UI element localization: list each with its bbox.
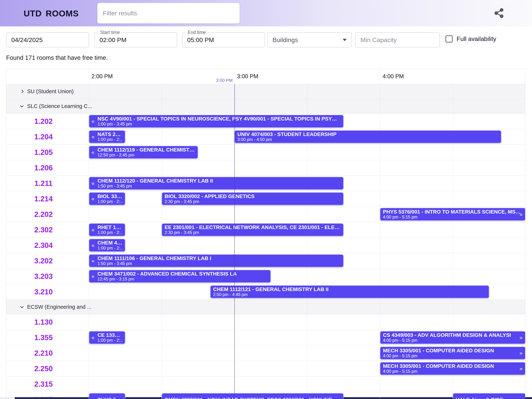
room-link[interactable]: 1.130 xyxy=(6,314,89,330)
room-link[interactable]: 2.304 xyxy=(6,238,89,253)
event-time: 1:00 pm - 2:... xyxy=(98,199,122,204)
room-link[interactable]: 1.206 xyxy=(6,160,89,176)
event-bar[interactable]: «CHEM 1111/106 - GENERAL CHEMISTRY LAB I… xyxy=(89,254,344,267)
event-bar[interactable]: «CHEM 1112/120 - GENERAL CHEMISTRY LAB I… xyxy=(89,177,344,190)
room-link[interactable]: 2.210 xyxy=(6,345,89,361)
event-body: MECH 3305/001 - COMPUTER AIDED DESIGN4:0… xyxy=(380,347,497,359)
room-row: 2.202PHYS 5376/001 - INTRO TO MATERIALS … xyxy=(6,207,525,222)
event-body: BMEN 6388/001 - NONLINEAR SYSTEMS, EECS … xyxy=(162,396,343,399)
event-time: 12:50 pm - 2:45 pm xyxy=(98,153,195,158)
chevron-down-icon xyxy=(20,104,24,107)
room-link[interactable]: 3.203 xyxy=(6,269,89,284)
event-bar[interactable]: CS 4349/003 - ADV ALGORITHM DESIGN & ANA… xyxy=(380,331,525,344)
event-bar[interactable]: «BIOL 332...1:00 pm - 2:... xyxy=(89,192,125,205)
event-bar[interactable]: PHYS 5376/001 - INTRO TO MATERIALS SCIEN… xyxy=(380,208,525,221)
event-body: PHYS 5376/001 - INTRO TO MATERIALS SCIEN… xyxy=(380,208,525,220)
event-title: CE 1337/... xyxy=(98,332,122,338)
event-time: 12:45 pm - 3:15 pm xyxy=(98,277,237,282)
room-link[interactable]: 3.210 xyxy=(6,284,89,300)
room-row: 2.315 xyxy=(6,376,525,392)
event-bar[interactable]: «CHEM 3471/002 - ADVANCED CHEMICAL SYNTH… xyxy=(89,270,271,283)
event-bar[interactable]: UNIV 4074/003 - STUDENT LEADERSHIP3:00 p… xyxy=(234,130,501,143)
continues-before-icon: « xyxy=(91,396,95,399)
event-bar[interactable]: HALE Aircraft RIDE» xyxy=(453,393,525,399)
buildings-select[interactable]: Buildings xyxy=(267,32,352,47)
full-availability-checkbox[interactable]: Full availability xyxy=(446,36,496,43)
event-time: 2:50 pm - 4:45 pm xyxy=(213,292,329,297)
event-title: MECH 3305/001 - COMPUTER AIDED DESIGN xyxy=(383,363,494,369)
event-title: BIOL 3320/002 - APPLIED GENETICS xyxy=(165,193,254,199)
event-title: CHEM 1111/106 - GENERAL CHEMISTRY LAB I xyxy=(98,255,211,261)
building-group-label: SLC (Science Learning C... xyxy=(27,103,92,109)
room-row: 1.202«NSC 4V90/001 - SPECIAL TOPICS IN N… xyxy=(6,114,525,129)
room-link[interactable]: 2.250 xyxy=(6,361,89,376)
continues-after-icon: » xyxy=(519,334,523,341)
room-link[interactable]: 1.211 xyxy=(6,176,89,191)
room-row: 3.202«CHEM 1111/106 - GENERAL CHEMISTRY … xyxy=(6,253,525,269)
end-time-value: 05:00 PM xyxy=(187,36,214,43)
room-row: 1.204«NATS 23...1:00 pm - 2:...UNIV 4074… xyxy=(6,129,525,145)
event-body: NSC 4V90/001 - SPECIAL TOPICS IN NEUROSC… xyxy=(95,115,343,127)
room-link[interactable]: 3.202 xyxy=(6,253,89,269)
event-body: CHEM 1112/121 - GENERAL CHEMISTRY LAB II… xyxy=(211,286,331,298)
event-time: 1:00 pm - 2:... xyxy=(98,246,122,251)
checkbox-box-icon[interactable] xyxy=(446,36,453,43)
event-time: 4:00 pm - 5:15 pm xyxy=(383,338,511,343)
building-group-label: SU (Student Union) xyxy=(27,88,74,94)
continues-after-icon: » xyxy=(519,396,523,399)
building-group-row[interactable]: SLC (Science Learning C... xyxy=(6,99,525,114)
event-body: CHEM 1111/106 - GENERAL CHEMISTRY LAB I1… xyxy=(95,255,214,267)
event-body: UNIV 4074/003 - STUDENT LEADERSHIP3:00 p… xyxy=(235,131,339,143)
event-bar[interactable]: EE 2301/001 - ELECTRICAL NETWORK ANALYSI… xyxy=(162,223,344,236)
room-row: 2.302«RHET 130...1:00 pm - 2:...EE 2301/… xyxy=(6,222,525,238)
event-bar[interactable]: BIOL 3320/002 - APPLIED GENETICS2:30 pm … xyxy=(162,192,344,205)
continues-before-icon: « xyxy=(91,134,95,140)
continues-before-icon: « xyxy=(91,196,95,202)
event-body: EE 2301/001 - ELECTRICAL NETWORK ANALYSI… xyxy=(162,224,343,236)
continues-after-icon: » xyxy=(519,350,523,356)
room-row: 1.130 xyxy=(6,314,525,330)
continues-before-icon: « xyxy=(91,180,95,186)
timeline-header-row: 2:00 PM3:00 PM4:00 PM3:00 PM xyxy=(6,69,525,84)
start-time-input[interactable]: Start time 02:00 PM xyxy=(94,32,177,47)
filter-results-input[interactable] xyxy=(97,3,240,24)
room-row: 1.206 xyxy=(6,160,525,176)
room-link[interactable]: 2.202 xyxy=(6,207,89,222)
event-bar[interactable]: «PHYS 53... xyxy=(89,393,125,399)
event-bar[interactable]: «CHEM 1112/119 - GENERAL CHEMISTRY L...1… xyxy=(89,146,198,159)
share-icon[interactable] xyxy=(494,8,504,18)
event-body: CHEM 3471/002 - ADVANCED CHEMICAL SYNTHE… xyxy=(95,270,239,282)
room-link[interactable]: 1.202 xyxy=(6,114,89,129)
event-title: RHET 130... xyxy=(98,224,122,230)
event-bar[interactable]: «CE 1337/...1:00 pm - 2:... xyxy=(89,331,125,344)
room-link[interactable]: 1.205 xyxy=(6,145,89,160)
room-link[interactable]: 2.315 xyxy=(6,376,89,392)
event-bar[interactable]: «RHET 130...1:00 pm - 2:... xyxy=(89,223,125,236)
room-link[interactable]: 2.302 xyxy=(6,222,89,238)
date-input[interactable]: 04/24/2025 xyxy=(6,32,89,47)
event-bar[interactable]: «NSC 4V90/001 - SPECIAL TOPICS IN NEUROS… xyxy=(89,115,344,128)
event-time: 4:00 pm - 5:15 pm xyxy=(383,353,494,358)
event-body: RHET 130...1:00 pm - 2:... xyxy=(95,224,125,236)
event-bar[interactable]: «NATS 23...1:00 pm - 2:... xyxy=(89,130,125,143)
event-bar[interactable]: BMEN 6388/001 - NONLINEAR SYSTEMS, EECS … xyxy=(162,393,344,399)
building-group-row[interactable]: ECSW (Engineering and ... xyxy=(6,300,525,314)
event-bar[interactable]: «CHEM 43...1:00 pm - 2:... xyxy=(89,239,125,252)
room-link[interactable]: 1.204 xyxy=(6,129,89,145)
event-bar[interactable]: MECH 3305/001 - COMPUTER AIDED DESIGN4:0… xyxy=(380,347,525,360)
continues-before-icon: « xyxy=(91,149,95,155)
event-time: 1:00 pm - 2:... xyxy=(98,137,122,142)
end-time-input[interactable]: End time 05:00 PM xyxy=(182,32,265,47)
min-capacity-input[interactable]: Min Capacity xyxy=(355,32,440,47)
event-body: CHEM 1112/119 - GENERAL CHEMISTRY L...12… xyxy=(95,146,198,158)
app-header: UTD ROOMS xyxy=(0,0,532,26)
app-logo: UTD ROOMS xyxy=(24,8,79,18)
full-availability-label: Full availability xyxy=(457,36,496,43)
event-time: 3:00 pm - 4:50 pm xyxy=(237,137,336,142)
event-bar[interactable]: CHEM 1112/121 - GENERAL CHEMISTRY LAB II… xyxy=(210,285,489,298)
event-bar[interactable]: MECH 3305/001 - COMPUTER AIDED DESIGN4:0… xyxy=(380,362,525,375)
building-group-row[interactable]: SU (Student Union) xyxy=(6,84,525,99)
event-time: 1:00 pm - 2:... xyxy=(98,230,122,235)
room-link[interactable]: 1.214 xyxy=(6,191,89,207)
room-link[interactable]: 1.355 xyxy=(6,330,89,345)
